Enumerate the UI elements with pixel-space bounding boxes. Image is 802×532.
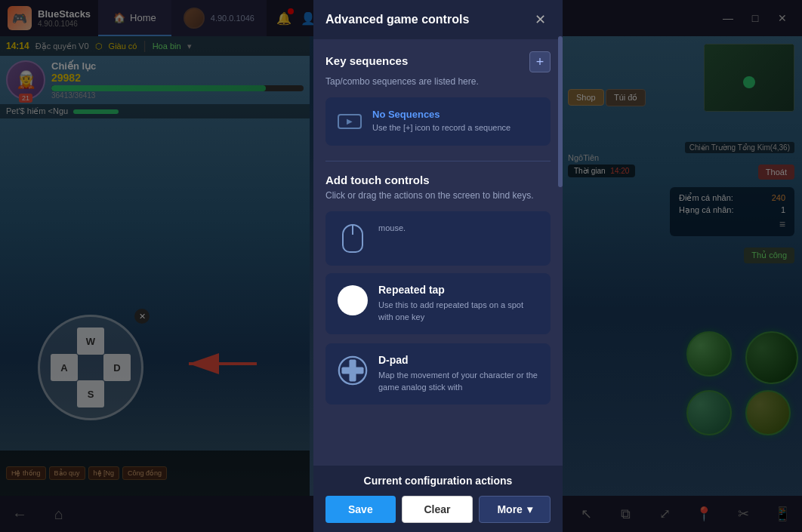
dpad-icon-shape	[336, 354, 369, 387]
no-sequences-description: Use the [+] icon to record a sequence	[372, 122, 511, 134]
clear-button[interactable]: Clear	[402, 496, 473, 523]
scroll-thumb[interactable]	[558, 36, 563, 187]
config-actions: Save Clear More ▾	[325, 496, 551, 523]
key-sequences-title: Key sequences	[325, 54, 408, 67]
no-sequences-title: No Sequences	[372, 109, 511, 120]
current-config-title: Current configuration actions	[325, 475, 551, 487]
panel-title: Advanced game controls	[325, 13, 469, 26]
mouse-icon	[336, 222, 369, 255]
touch-controls-title: Add touch controls	[325, 174, 551, 186]
repeated-tap-info: Repeated tap Use this to add repeated ta…	[378, 284, 540, 324]
dpad-desc: Map the movement of your character or th…	[378, 369, 540, 394]
repeated-tap-title: Repeated tap	[378, 284, 540, 296]
dpad-info: D-pad Map the movement of your character…	[378, 354, 540, 394]
svg-point-7	[349, 367, 356, 374]
more-chevron: ▾	[527, 503, 532, 515]
panel-header: Advanced game controls ✕	[313, 0, 563, 39]
touch-controls-desc: Click or drag the actions on the screen …	[325, 189, 551, 202]
dpad-card-icon	[336, 354, 369, 387]
section-divider-1	[325, 161, 551, 161]
more-button[interactable]: More ▾	[479, 496, 551, 523]
save-button[interactable]: Save	[325, 496, 396, 523]
sequence-icon	[336, 108, 363, 135]
dpad-card: D-pad Map the movement of your character…	[325, 343, 551, 404]
repeated-tap-icon	[336, 284, 369, 317]
advanced-controls-panel: Advanced game controls ✕ Key sequences +…	[313, 0, 563, 532]
sequence-icon-inner	[338, 114, 362, 129]
mouse-card-info: mouse.	[378, 222, 406, 235]
panel-close-button[interactable]: ✕	[529, 9, 551, 30]
more-label: More	[497, 503, 522, 515]
key-sequences-header: Key sequences +	[325, 51, 551, 72]
mouse-shape	[342, 224, 363, 253]
repeated-tap-desc: Use this to add repeated taps on a spot …	[378, 299, 540, 324]
add-sequence-button[interactable]: +	[529, 51, 551, 72]
panel-body: Key sequences + Tap/combo sequences are …	[313, 39, 563, 466]
no-sequences-content: No Sequences Use the [+] icon to record …	[372, 109, 511, 134]
key-sequences-desc: Tap/combo sequences are listed here.	[325, 75, 551, 88]
no-sequences-box: No Sequences Use the [+] icon to record …	[325, 97, 551, 146]
mouse-card-desc: mouse.	[378, 222, 406, 235]
dpad-title: D-pad	[378, 354, 540, 366]
mouse-card: mouse.	[325, 211, 551, 266]
tap-circle-icon	[338, 285, 368, 315]
current-config-section: Current configuration actions Save Clear…	[313, 466, 563, 532]
repeated-tap-card: Repeated tap Use this to add repeated ta…	[325, 273, 551, 334]
